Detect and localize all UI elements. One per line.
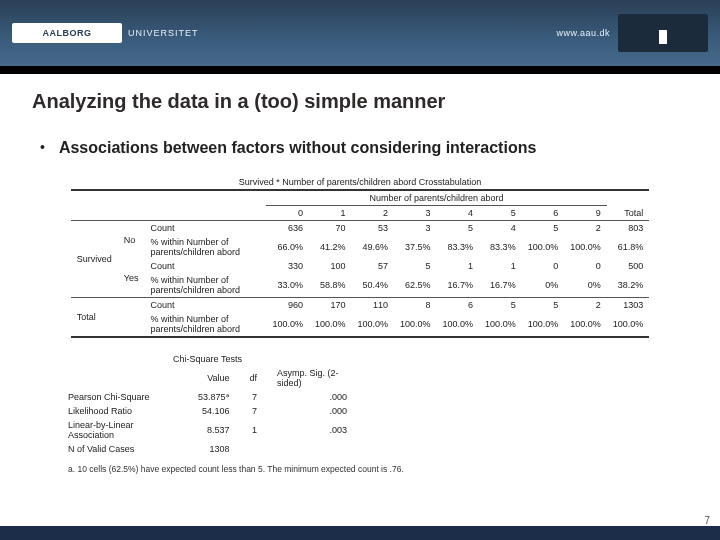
- col-h: 4: [437, 206, 480, 221]
- cell: 16.7%: [437, 273, 480, 298]
- cell: 1308: [188, 442, 240, 456]
- cell: 100.0%: [266, 312, 309, 337]
- chisq-h: Asymp. Sig. (2-sided): [267, 366, 357, 390]
- cell: 37.5%: [394, 235, 437, 259]
- cell: 100.0%: [309, 312, 352, 337]
- cell: 53.875ᵃ: [188, 390, 240, 404]
- cell: 100.0%: [564, 312, 607, 337]
- cell: 5: [437, 221, 480, 236]
- measure: % within Number of parents/children abor…: [144, 235, 266, 259]
- chisq-h: Value: [188, 366, 240, 390]
- cell: 170: [309, 298, 352, 313]
- banner: AALBORG UNIVERSITET www.aau.dk: [0, 0, 720, 66]
- cell: 0: [564, 259, 607, 273]
- cell: 41.2%: [309, 235, 352, 259]
- measure: % within Number of parents/children abor…: [144, 273, 266, 298]
- cell: 960: [266, 298, 309, 313]
- cell: 5: [522, 298, 565, 313]
- cell: 58.8%: [309, 273, 352, 298]
- cell: 636: [266, 221, 309, 236]
- cell: 61.8%: [607, 235, 650, 259]
- divider-bar: [0, 66, 720, 74]
- logo-mark: AALBORG: [12, 23, 122, 43]
- cell: [267, 442, 357, 456]
- col-h: 3: [394, 206, 437, 221]
- cell: 0%: [522, 273, 565, 298]
- cell: 100.0%: [437, 312, 480, 337]
- chisq-row: Pearson Chi-Square: [58, 390, 188, 404]
- cell: 1: [479, 259, 522, 273]
- cell: 5: [394, 259, 437, 273]
- measure: Count: [144, 259, 266, 273]
- col-h: 5: [479, 206, 522, 221]
- chisq-footnote: a. 10 cells (62.5%) have expected count …: [68, 464, 688, 474]
- cell: 16.7%: [479, 273, 522, 298]
- cell: 33.0%: [266, 273, 309, 298]
- col-h: 6: [522, 206, 565, 221]
- content: Analyzing the data in a (too) simple man…: [0, 74, 720, 474]
- cell: 1: [240, 418, 268, 442]
- chisq-row: N of Valid Cases: [58, 442, 188, 456]
- chisq-h: [58, 366, 188, 390]
- col-h: 0: [266, 206, 309, 221]
- cell: 500: [607, 259, 650, 273]
- ship-icon: [618, 14, 708, 52]
- bullet-text: Associations between factors without con…: [59, 139, 536, 157]
- cell: 66.0%: [266, 235, 309, 259]
- total-label: Total: [71, 298, 145, 338]
- page-number: 7: [704, 515, 710, 526]
- cell: 83.3%: [479, 235, 522, 259]
- cell: 3: [394, 221, 437, 236]
- chisq-row: Linear-by-Linear Association: [58, 418, 188, 442]
- col-h: Total: [607, 206, 650, 221]
- logo-suffix: UNIVERSITET: [128, 28, 199, 38]
- cell: 2: [564, 221, 607, 236]
- slide: AALBORG UNIVERSITET www.aau.dk Analyzing…: [0, 0, 720, 540]
- col-h: 2: [352, 206, 395, 221]
- logo: AALBORG UNIVERSITET: [12, 23, 199, 43]
- cell: 1: [437, 259, 480, 273]
- cell: 53: [352, 221, 395, 236]
- col-h: 9: [564, 206, 607, 221]
- bullet: • Associations between factors without c…: [32, 139, 688, 157]
- cell: [240, 442, 268, 456]
- cell: 100.0%: [607, 312, 650, 337]
- cell: 83.3%: [437, 235, 480, 259]
- cell: .000: [267, 404, 357, 418]
- crosstab-group-header: Number of parents/children abord: [266, 190, 606, 206]
- cell: 62.5%: [394, 273, 437, 298]
- bullet-dot-icon: •: [40, 139, 45, 157]
- col-h: 1: [309, 206, 352, 221]
- chisq-row: Likelihood Ratio: [58, 404, 188, 418]
- row-group: Survived: [71, 221, 118, 298]
- cell: 5: [522, 221, 565, 236]
- cell: 7: [240, 404, 268, 418]
- cell: 330: [266, 259, 309, 273]
- cell: 38.2%: [607, 273, 650, 298]
- chisq-h: df: [240, 366, 268, 390]
- cat: Yes: [118, 259, 145, 298]
- cell: 0: [522, 259, 565, 273]
- cell: 8: [394, 298, 437, 313]
- measure: Count: [144, 298, 266, 313]
- cell: 4: [479, 221, 522, 236]
- cell: 50.4%: [352, 273, 395, 298]
- measure: % within Number of parents/children abor…: [144, 312, 266, 337]
- cell: 54.106: [188, 404, 240, 418]
- banner-right: www.aau.dk: [556, 14, 708, 52]
- footer-bar: [0, 526, 720, 540]
- cell: 57: [352, 259, 395, 273]
- cell: .000: [267, 390, 357, 404]
- cell: 8.537: [188, 418, 240, 442]
- cell: 100.0%: [352, 312, 395, 337]
- cell: 6: [437, 298, 480, 313]
- cat: No: [118, 221, 145, 260]
- site-url: www.aau.dk: [556, 28, 610, 38]
- cell: 100.0%: [564, 235, 607, 259]
- cell: 70: [309, 221, 352, 236]
- cell: 110: [352, 298, 395, 313]
- cell: 0%: [564, 273, 607, 298]
- chisq-caption: Chi-Square Tests: [58, 352, 357, 366]
- crosstab-caption: Survived * Number of parents/children ab…: [71, 175, 649, 190]
- chisq-table: Chi-Square Tests Value df Asymp. Sig. (2…: [58, 352, 357, 460]
